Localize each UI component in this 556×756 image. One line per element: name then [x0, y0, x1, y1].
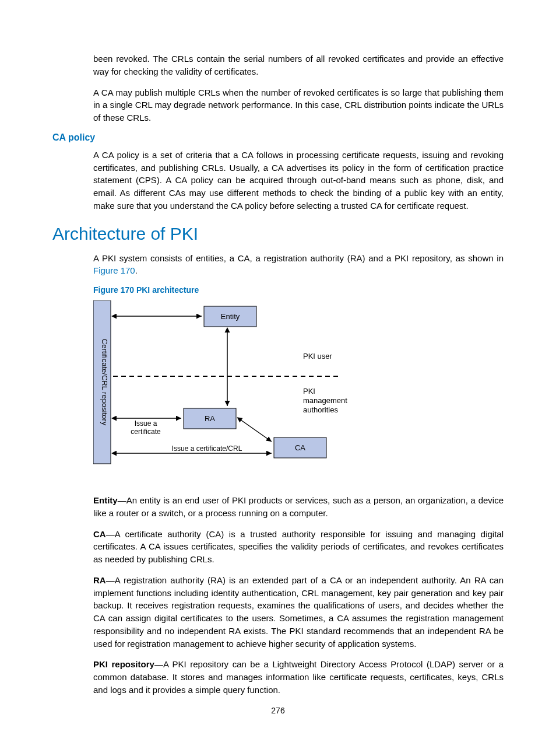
- ra-term: RA: [93, 575, 106, 585]
- ra-definition: RA—A registration authority (RA) is an e…: [93, 574, 504, 650]
- figure-link[interactable]: Figure 170: [93, 265, 135, 275]
- repo-definition: PKI repository—A PKI repository can be a…: [93, 658, 504, 696]
- architecture-intro-post: .: [135, 265, 138, 275]
- crl-paragraph-1: been revoked. The CRLs contain the seria…: [93, 52, 504, 78]
- arrow-ra-ca: [238, 418, 272, 442]
- figure-caption: Figure 170 PKI architecture: [93, 285, 504, 295]
- ca-policy-heading: CA policy: [52, 132, 504, 143]
- ca-policy-paragraph: A CA policy is a set of criteria that a …: [93, 149, 504, 212]
- ra-label: RA: [205, 414, 215, 423]
- figure-pki-architecture: Certificate/CRL repository Entity RA CA …: [93, 300, 504, 478]
- architecture-intro: A PKI system consists of entities, a CA,…: [93, 252, 504, 278]
- pki-diagram-svg: Certificate/CRL repository Entity RA CA …: [93, 300, 379, 475]
- pki-mgmt-label-l2: management: [303, 396, 347, 405]
- pki-user-label: PKI user: [303, 352, 333, 360]
- ca-label: CA: [295, 443, 305, 452]
- entity-label: Entity: [221, 312, 240, 321]
- repo-text: —A PKI repository can be a Lightweight D…: [93, 659, 504, 695]
- issue-cert-label-l1: Issue a: [135, 419, 157, 428]
- repository-label: Certificate/CRL repository: [100, 339, 109, 426]
- ra-text: —A registration authority (RA) is an ext…: [93, 575, 504, 649]
- architecture-heading: Architecture of PKI: [52, 224, 504, 244]
- ca-definition: CA—A certificate authority (CA) is a tru…: [93, 528, 504, 566]
- pki-mgmt-label-l3: authorities: [303, 405, 338, 414]
- crl-paragraph-2: A CA may publish multiple CRLs when the …: [93, 86, 504, 124]
- issue-cert-crl-label: Issue a certificate/CRL: [172, 444, 242, 453]
- entity-definition: Entity—An entity is an end user of PKI p…: [93, 494, 504, 520]
- repo-term: PKI repository: [93, 659, 154, 669]
- entity-text: —An entity is an end user of PKI product…: [93, 495, 504, 518]
- ca-text: —A certificate authority (CA) is a trust…: [93, 529, 504, 565]
- page-number: 276: [0, 706, 556, 715]
- ca-term: CA: [93, 529, 106, 539]
- architecture-intro-pre: A PKI system consists of entities, a CA,…: [93, 253, 504, 263]
- page: been revoked. The CRLs contain the seria…: [0, 0, 556, 756]
- pki-mgmt-label-l1: PKI: [303, 387, 315, 396]
- issue-cert-label-l2: certificate: [131, 428, 161, 436]
- entity-term: Entity: [93, 495, 118, 505]
